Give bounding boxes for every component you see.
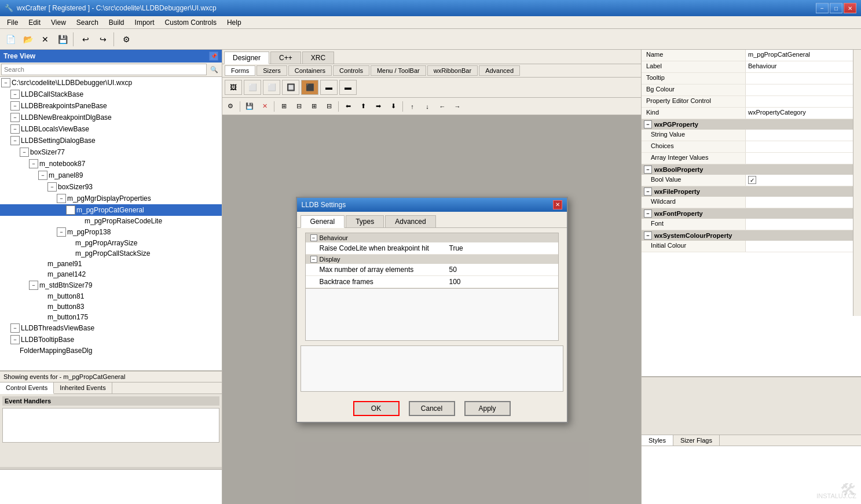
prop-value-bgcolour[interactable] <box>746 84 861 95</box>
tree-expand-icon[interactable]: − <box>57 227 66 237</box>
tab-xrc[interactable]: XRC <box>302 51 334 64</box>
tree-item[interactable]: m_pgPropRaiseCodeLite <box>0 216 222 226</box>
tree-expand-icon[interactable]: − <box>47 182 57 192</box>
dt-move-left[interactable]: ← <box>435 100 449 113</box>
tree-expand-icon[interactable]: − <box>29 281 38 290</box>
modal-tab-general[interactable]: General <box>301 215 345 228</box>
widget-tab-ribbon[interactable]: wxRibbonBar <box>427 65 478 76</box>
widget-btn-7[interactable]: ▬ <box>339 80 357 95</box>
tree-item[interactable]: −LLDBSettingDialogBase <box>0 135 222 146</box>
dt-btn-2[interactable]: ⊟ <box>292 100 306 113</box>
dt-align-4[interactable]: ⬇ <box>386 100 400 113</box>
dt-move-right[interactable]: → <box>450 100 464 113</box>
menu-edit[interactable]: Edit <box>24 17 45 28</box>
tab-control-events[interactable]: Control Events <box>0 382 54 394</box>
tree-expand-icon[interactable]: − <box>10 124 20 134</box>
tree-container[interactable]: −C:\src\codelite\LLDBDebugger\UI.wxcp−LL… <box>0 77 222 371</box>
props-scrollbar[interactable] <box>853 50 861 316</box>
menu-import[interactable]: Import <box>130 17 159 28</box>
widget-tab-advanced[interactable]: Advanced <box>479 65 520 76</box>
dt-btn-4[interactable]: ⊟ <box>322 100 336 113</box>
widget-btn-2[interactable]: ⬜ <box>244 80 261 95</box>
cancel-button[interactable]: Cancel <box>409 401 455 416</box>
tree-expand-icon[interactable]: + <box>66 205 75 215</box>
tab-sizer-flags[interactable]: Sizer Flags <box>673 435 720 446</box>
prop-section-wxpgproperty[interactable]: − wxPGProperty <box>642 119 861 130</box>
widget-tab-forms[interactable]: Forms <box>225 65 255 76</box>
dt-align-2[interactable]: ⬆ <box>356 100 370 113</box>
prop-value-arrayinteger[interactable] <box>746 153 861 164</box>
menu-help[interactable]: Help <box>222 17 246 28</box>
prop-value-initialcolour[interactable] <box>746 241 861 252</box>
bool-checkbox[interactable]: ✓ <box>748 176 756 184</box>
tree-search-button[interactable]: 🔍 <box>208 64 221 75</box>
tree-item[interactable]: −LLDBTooltipBase <box>0 334 222 345</box>
dt-move-down[interactable]: ↓ <box>420 100 434 113</box>
widget-btn-1[interactable]: 🖼 <box>225 80 242 95</box>
minimize-button[interactable]: − <box>816 3 829 13</box>
prop-value-propeditor[interactable] <box>746 96 861 107</box>
tree-item[interactable]: −LLDBNewBreakpointDlgBase <box>0 112 222 123</box>
tab-cpp[interactable]: C++ <box>270 51 301 64</box>
tree-item[interactable]: −m_stdBtnSizer79 <box>0 279 222 291</box>
prop-value-wildcard[interactable] <box>746 197 861 208</box>
close-file-button[interactable]: ✕ <box>37 31 53 47</box>
prop-value-kind[interactable]: wxPropertyCategory <box>746 108 861 119</box>
dt-settings[interactable]: ⚙ <box>224 100 237 113</box>
dt-close[interactable]: ✕ <box>258 100 272 113</box>
tree-expand-icon[interactable]: − <box>38 171 47 180</box>
tree-item[interactable]: −boxSizer77 <box>0 146 222 158</box>
prop-section-wxfileproperty[interactable]: − wxFileProperty <box>642 186 861 197</box>
widget-tab-menu[interactable]: Menu / ToolBar <box>371 65 426 76</box>
widget-btn-3[interactable]: ⬜ <box>263 80 280 95</box>
tree-expand-icon[interactable]: − <box>57 194 66 203</box>
save-button[interactable]: 💾 <box>54 31 71 47</box>
dt-btn-3[interactable]: ⊞ <box>307 100 321 113</box>
tree-item[interactable]: −m_panel89 <box>0 170 222 181</box>
tree-item[interactable]: −LLDBCallStackBase <box>0 89 222 100</box>
tree-item[interactable]: m_panel142 <box>0 269 222 279</box>
prop-value-name[interactable]: m_pgPropCatGeneral <box>746 50 861 61</box>
tree-expand-icon[interactable]: − <box>1 78 10 87</box>
modal-section-display[interactable]: − Display <box>306 255 558 264</box>
tree-item[interactable]: −boxSizer93 <box>0 181 222 193</box>
tree-expand-icon[interactable]: − <box>20 148 29 157</box>
open-button[interactable]: 📂 <box>20 31 36 47</box>
tab-inherited-events[interactable]: Inherited Events <box>54 382 112 393</box>
maximize-button[interactable]: □ <box>830 3 842 13</box>
undo-button[interactable]: ↩ <box>78 31 94 47</box>
dt-save[interactable]: 💾 <box>243 100 257 113</box>
prop-value-stringvalue[interactable] <box>746 130 861 141</box>
prop-value-tooltip[interactable] <box>746 73 861 84</box>
tree-view-pin[interactable]: 📌 <box>209 51 218 61</box>
widget-tab-sizers[interactable]: Sizers <box>257 65 287 76</box>
widget-btn-5[interactable]: ⬛ <box>301 80 318 95</box>
prop-section-wxboolproperty[interactable]: − wxBoolProperty <box>642 164 861 175</box>
tree-item[interactable]: m_panel91 <box>0 259 222 269</box>
ok-button[interactable]: OK <box>353 401 400 416</box>
prop-value-label[interactable]: Behaviour <box>746 61 861 72</box>
menu-file[interactable]: File <box>2 17 23 28</box>
dt-move-up[interactable]: ↑ <box>405 100 419 113</box>
tree-item[interactable]: m_button83 <box>0 301 222 312</box>
tree-item[interactable]: −LLDBLocalsViewBase <box>0 123 222 135</box>
dt-align-1[interactable]: ⬅ <box>341 100 355 113</box>
widget-btn-6[interactable]: ▬ <box>320 80 338 95</box>
tab-styles[interactable]: Styles <box>642 435 673 446</box>
modal-tab-types[interactable]: Types <box>346 215 384 227</box>
modal-tab-advanced[interactable]: Advanced <box>385 215 435 227</box>
tree-expand-icon[interactable]: − <box>10 335 20 344</box>
tree-item[interactable]: FolderMappingBaseDlg <box>0 345 222 356</box>
tree-expand-icon[interactable]: − <box>10 136 20 145</box>
tree-expand-icon[interactable]: − <box>10 323 20 333</box>
menu-search[interactable]: Search <box>72 17 103 28</box>
menu-build[interactable]: Build <box>104 17 129 28</box>
menu-custom-controls[interactable]: Custom Controls <box>160 17 221 28</box>
menu-view[interactable]: View <box>46 17 71 28</box>
dt-align-3[interactable]: ➡ <box>371 100 385 113</box>
tree-item[interactable]: m_button175 <box>0 312 222 322</box>
tree-item[interactable]: −m_pgMgrDisplayProperties <box>0 193 222 204</box>
tree-item[interactable]: m_pgPropArraySize <box>0 238 222 248</box>
prop-value-choices[interactable] <box>746 141 861 152</box>
modal-section-behaviour[interactable]: − Behaviour <box>306 233 558 242</box>
